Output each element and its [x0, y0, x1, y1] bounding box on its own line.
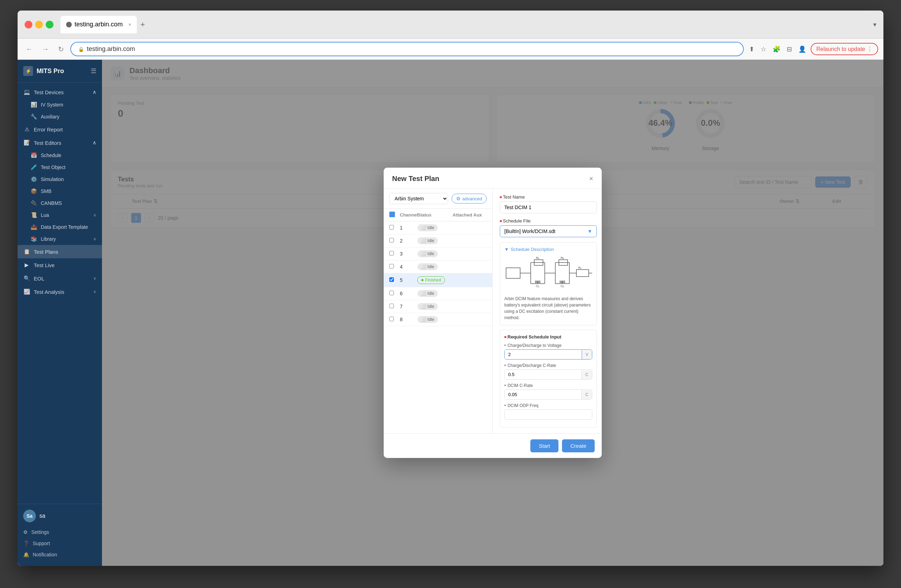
main-panel: 📊 Dashboard Test overview, statistics Pe…	[102, 60, 884, 566]
minimize-button[interactable]	[35, 21, 43, 28]
channel-checkbox[interactable]	[389, 264, 394, 269]
channel-row[interactable]: 2 ⬜ Idle	[383, 235, 493, 247]
extension-button[interactable]: 🧩	[771, 44, 782, 55]
schedule-file-value: [BuiltIn] Work/DCIM.sdt	[504, 229, 555, 234]
sidebar-toggle-button[interactable]: ⊟	[785, 44, 794, 55]
window-menu-icon[interactable]: ▾	[873, 21, 876, 28]
ch-check	[389, 277, 400, 283]
lua-expand-icon: ∨	[93, 213, 97, 218]
status-badge: ⬜ Idle	[418, 316, 438, 323]
svg-text:C₁: C₁	[536, 284, 540, 288]
create-button[interactable]: Create	[562, 439, 595, 452]
sidebar-item-error-report[interactable]: ⚠ Error Report	[17, 123, 102, 136]
browser-tab[interactable]: testing.arbin.com ×	[61, 16, 137, 33]
sidebar-schedule-label: Schedule	[41, 152, 61, 158]
ch-header-check	[389, 212, 400, 218]
tab-close-icon[interactable]: ×	[128, 22, 131, 27]
sidebar-item-auxiliary[interactable]: 🔧 Auxiliary	[25, 111, 102, 123]
library-icon: 📚	[30, 236, 37, 242]
sidebar-support[interactable]: ❓ Support	[23, 538, 97, 549]
req-field-label: • Charge/Discharge C-Rate	[504, 363, 592, 368]
profile-button[interactable]: 👤	[797, 44, 808, 55]
traffic-lights	[25, 21, 53, 28]
req-field-input[interactable]	[505, 390, 581, 399]
schedule-description: ▼ Schedule Description	[500, 242, 597, 325]
system-select[interactable]: Arbin System	[389, 193, 448, 204]
reload-button[interactable]: ↻	[55, 43, 67, 55]
schedule-file-select[interactable]: [BuiltIn] Work/DCIM.sdt ▼	[500, 225, 597, 237]
req-field-input[interactable]	[505, 410, 592, 419]
channel-row[interactable]: 4 ⬜ Idle	[383, 260, 493, 274]
iv-system-icon: 📊	[30, 101, 37, 108]
sidebar-sub-test-editors: 📅 Schedule 🧪 Test Object ⚙️ Simulation 📦…	[17, 149, 102, 245]
channel-checkbox[interactable]	[389, 225, 394, 230]
ch-number: 1	[400, 225, 418, 230]
sidebar-item-test-object[interactable]: 🧪 Test Object	[25, 161, 102, 173]
channel-checkbox[interactable]	[389, 238, 394, 243]
sidebar-smb-label: SMB	[41, 188, 51, 194]
required-dot2	[500, 220, 502, 222]
channel-checkbox[interactable]	[389, 317, 394, 321]
warning-icon: ⚠	[23, 126, 30, 132]
new-tab-button[interactable]: +	[139, 18, 147, 31]
sidebar-user: Sa sa	[23, 510, 97, 522]
sidebar-simulation-label: Simulation	[41, 176, 64, 182]
channel-checkbox[interactable]	[389, 277, 394, 282]
req-field-input[interactable]	[505, 350, 582, 359]
req-field-input[interactable]	[505, 370, 581, 379]
sidebar-item-test-plans[interactable]: 📋 Test Plans	[17, 245, 102, 258]
sidebar-nav: 💻 Test Devices ∧ 📊 IV System 🔧 Auxiliary	[17, 82, 102, 504]
maximize-button[interactable]	[46, 21, 53, 28]
test-object-icon: 🧪	[30, 164, 37, 171]
sidebar-settings[interactable]: ⚙ Settings	[23, 526, 97, 538]
channel-row[interactable]: 7 ⬜ Idle	[383, 300, 493, 313]
schedule-desc-toggle[interactable]: ▼ Schedule Description	[504, 247, 592, 252]
sidebar-item-data-export[interactable]: 📤 Data Export Template	[25, 221, 102, 233]
sidebar-item-test-live[interactable]: ▶ Test Live	[17, 258, 102, 272]
channel-row[interactable]: 3 ⬜ Idle	[383, 247, 493, 260]
channel-row[interactable]: 1 ⬜ Idle	[383, 221, 493, 235]
channel-table-header: Channel Status Attached Aux	[383, 209, 493, 221]
channel-checkbox[interactable]	[389, 304, 394, 308]
url-bar[interactable]: 🔒 testing.arbin.com	[70, 42, 744, 56]
bookmark-button[interactable]: ☆	[759, 44, 768, 55]
sidebar-item-library[interactable]: 📚 Library ∨	[25, 233, 102, 245]
sidebar-item-test-devices[interactable]: 💻 Test Devices ∧	[17, 86, 102, 99]
sidebar-item-test-editors[interactable]: 📝 Test Editors ∧	[17, 136, 102, 149]
sidebar-item-canbms[interactable]: 🔌 CANBMS	[25, 197, 102, 209]
ch-header-status: Status	[418, 212, 453, 218]
status-dot-icon	[421, 279, 423, 281]
forward-button[interactable]: →	[39, 43, 52, 55]
bullet-icon: •	[504, 383, 506, 388]
sidebar-item-iv-label: IV System	[41, 102, 63, 107]
ch-status: Finished	[418, 276, 445, 284]
sidebar-item-iv-system[interactable]: 📊 IV System	[25, 99, 102, 111]
sidebar-item-lua[interactable]: 📜 Lua ∨	[25, 209, 102, 221]
chevron-up-icon: ∧	[92, 89, 97, 95]
required-inputs-title: Required Schedule Input	[504, 334, 592, 339]
close-button[interactable]	[25, 21, 32, 28]
notification-icon: 🔔	[23, 552, 29, 557]
test-name-input[interactable]	[500, 201, 597, 213]
relaunch-button[interactable]: Relaunch to update ⋮	[811, 43, 878, 55]
sidebar-item-schedule[interactable]: 📅 Schedule	[25, 149, 102, 161]
back-button[interactable]: ←	[23, 43, 36, 55]
channel-checkbox[interactable]	[389, 251, 394, 255]
bullet-icon: •	[504, 343, 506, 348]
start-button[interactable]: Start	[530, 439, 558, 452]
modal-close-button[interactable]: ×	[589, 175, 593, 183]
channel-row[interactable]: 5 Finished	[383, 274, 493, 287]
sidebar-notification[interactable]: 🔔 Notification	[23, 549, 97, 560]
channel-row[interactable]: 8 ⬜ Idle	[383, 313, 493, 326]
sidebar-menu-icon[interactable]: ☰	[91, 67, 97, 75]
share-button[interactable]: ⬆	[747, 44, 756, 55]
sidebar-item-eol[interactable]: 🔍 EOL ∨	[17, 272, 102, 285]
advanced-button[interactable]: ⚙ advanced	[452, 194, 487, 204]
relaunch-dots-icon: ⋮	[867, 46, 873, 52]
sidebar-item-test-analysis[interactable]: 📈 Test Analysis ∨	[17, 285, 102, 299]
channel-checkbox[interactable]	[389, 291, 394, 295]
sidebar-item-smb[interactable]: 📦 SMB	[25, 185, 102, 197]
channel-row[interactable]: 6 ⬜ Idle	[383, 287, 493, 300]
sidebar-item-simulation[interactable]: ⚙️ Simulation	[25, 173, 102, 185]
lock-icon: 🔒	[78, 47, 84, 52]
